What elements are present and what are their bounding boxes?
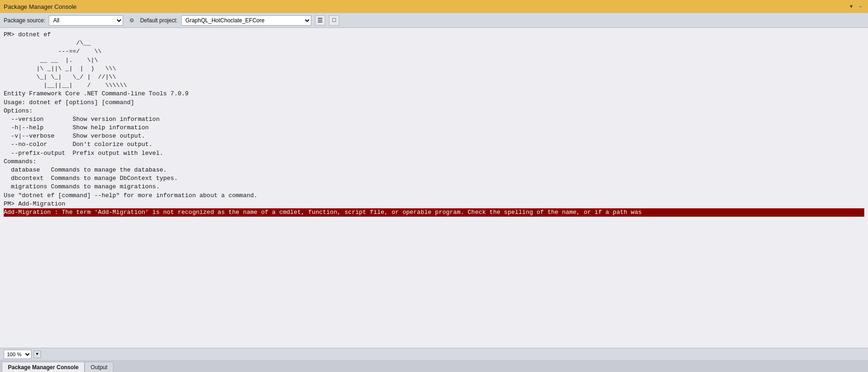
console-line: |\ _||\ _| | ) \\\ [4,65,864,73]
default-project-select[interactable]: GraphQL_HotChoclate_EFCore [181,15,311,26]
list-icon: ☰ [317,17,323,24]
console-line: Options: [4,107,864,115]
console-line: PM> Add-Migration [4,200,864,208]
list-icon-button[interactable]: ☰ [315,15,325,26]
console-line: database Commands to manage the database… [4,166,864,174]
stop-icon-button[interactable]: □ [329,15,339,26]
console-line: Usage: dotnet ef [options] [command] [4,99,864,107]
default-project-label: Default project: [140,17,178,24]
console-line: ---==/ \\ [4,47,864,56]
console-line: Commands: [4,158,864,166]
console-line: migrations Commands to manage migrations… [4,183,864,191]
console-line: PM> dotnet ef [4,31,864,39]
console-line: --version Show version information [4,115,864,124]
toolbar: Package source: All ⚙ Default project: G… [0,13,868,28]
console-line: dbcontext Commands to manage DbContext t… [4,174,864,183]
console-line: /\__ [4,39,864,47]
console-area[interactable]: PM> dotnet ef /\__ ---==/ \\ __ __ |. \|… [0,28,868,348]
title-bar-controls: ▼ – [848,3,864,10]
pin-button[interactable]: – [857,3,864,10]
title-bar: Package Manager Console ▼ – [0,0,868,13]
title-bar-text: Package Manager Console [4,3,77,10]
console-line: --prefix-output Prefix output with level… [4,149,864,158]
console-line: Use "dotnet ef [command] --help" for mor… [4,192,864,200]
console-line: --no-color Don't colorize output. [4,140,864,149]
bottom-tabs: Package Manager ConsoleOutput [0,360,868,372]
gear-icon[interactable]: ⚙ [127,16,136,25]
package-source-select[interactable]: All [49,15,123,26]
console-line: Entity Framework Core .NET Command-line … [4,90,864,98]
status-bar: 100 % ▼ [0,348,868,360]
console-line: Add-Migration : The term 'Add-Migration'… [4,208,864,217]
console-line: __ __ |. \|\ [4,56,864,65]
bottom-tab[interactable]: Output [85,362,113,372]
stop-icon: □ [332,17,336,24]
source-label: Package source: [4,17,45,24]
bottom-tab[interactable]: Package Manager Console [2,362,85,372]
console-line: -h|--help Show help information [4,124,864,132]
console-line: -v|--verbose Show verbose output. [4,132,864,140]
console-line: |__||__| / \\\\\\ [4,81,864,90]
zoom-select[interactable]: 100 % [4,350,32,359]
console-line: \_| \_| \_/ | //|\\ [4,73,864,81]
zoom-down-button[interactable]: ▼ [33,351,41,358]
collapse-button[interactable]: ▼ [848,3,855,10]
